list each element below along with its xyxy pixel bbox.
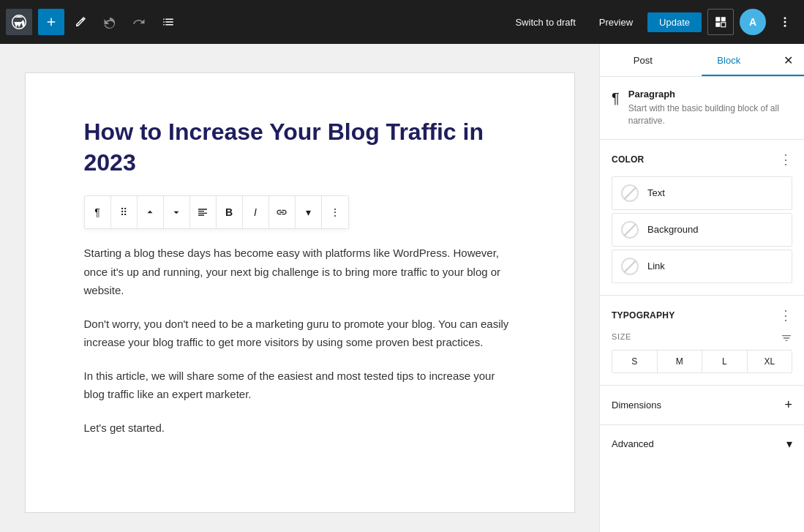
close-sidebar-button[interactable]: ✕: [772, 44, 804, 76]
size-options: S M L XL: [612, 350, 792, 373]
paragraph-type-button[interactable]: ¶: [85, 196, 111, 228]
svg-point-4: [784, 17, 786, 19]
size-option-s[interactable]: S: [612, 351, 658, 372]
color-more-button[interactable]: ⋮: [779, 151, 792, 168]
wp-logo[interactable]: [6, 9, 32, 35]
typography-section-title: Typography: [612, 310, 675, 321]
editor-area: How to Increase Your Blog Traffic in 202…: [0, 44, 599, 532]
preview-button[interactable]: Preview: [590, 12, 642, 32]
svg-point-6: [784, 25, 786, 27]
more-options-button[interactable]: [772, 9, 798, 35]
svg-point-5: [784, 21, 786, 23]
top-toolbar: Switch to draft Preview Update A: [0, 0, 804, 44]
more-rich-text-button[interactable]: ▾: [296, 196, 322, 228]
dimensions-section[interactable]: Dimensions +: [600, 386, 804, 425]
post-body: Starting a blog these days has become ea…: [84, 244, 516, 437]
color-option-background[interactable]: Background: [612, 213, 792, 247]
dimensions-title: Dimensions: [612, 400, 661, 411]
post-title[interactable]: How to Increase Your Blog Traffic in 202…: [84, 117, 516, 178]
svg-rect-3: [721, 23, 726, 27]
block-name: Paragraph: [628, 89, 792, 100]
sidebar: Post Block ✕ ¶ Paragraph Start with the …: [599, 44, 804, 532]
toolbar-right: Switch to draft Preview Update A: [506, 9, 798, 35]
size-label: SIZE: [612, 332, 631, 341]
text-color-label: Text: [647, 187, 665, 198]
link-button[interactable]: [269, 196, 296, 228]
move-down-button[interactable]: [164, 196, 190, 228]
edit-mode-button[interactable]: [67, 9, 94, 35]
svg-rect-2: [715, 23, 720, 27]
link-color-circle: [621, 258, 639, 275]
size-option-xl[interactable]: XL: [748, 351, 792, 372]
editor-content: How to Increase Your Blog Traffic in 202…: [26, 73, 574, 512]
color-section: Color ⋮ Text Background Link: [600, 140, 804, 296]
tab-post[interactable]: Post: [600, 44, 686, 76]
size-filter-button[interactable]: [781, 332, 792, 346]
italic-button[interactable]: I: [243, 196, 269, 228]
size-option-m[interactable]: M: [658, 351, 703, 372]
block-options-button[interactable]: ⋮: [322, 196, 348, 228]
typography-section-header: Typography ⋮: [612, 307, 792, 323]
bold-button[interactable]: B: [217, 196, 243, 228]
advanced-section[interactable]: Advanced ▾: [600, 425, 804, 462]
background-color-label: Background: [647, 224, 698, 235]
dimensions-add-button[interactable]: +: [784, 397, 792, 413]
update-button[interactable]: Update: [647, 12, 702, 32]
size-option-l[interactable]: L: [702, 351, 748, 372]
text-color-circle: [621, 184, 639, 202]
paragraph-icon: ¶: [612, 90, 620, 107]
switch-draft-button[interactable]: Switch to draft: [506, 12, 584, 32]
paragraph-4[interactable]: Let's get started.: [84, 419, 516, 438]
typography-section: Typography ⋮ SIZE S M L XL: [600, 296, 804, 386]
advanced-chevron-icon: ▾: [786, 437, 792, 451]
svg-rect-0: [715, 17, 720, 21]
paragraph-1[interactable]: Starting a blog these days has become ea…: [84, 244, 516, 300]
typography-more-button[interactable]: ⋮: [779, 307, 792, 323]
color-section-header: Color ⋮: [612, 151, 792, 168]
color-section-title: Color: [612, 154, 645, 165]
block-info: ¶ Paragraph Start with the basic buildin…: [600, 77, 804, 140]
color-option-link[interactable]: Link: [612, 250, 792, 283]
add-block-button[interactable]: [38, 9, 64, 35]
sidebar-tabs: Post Block ✕: [600, 44, 804, 77]
tab-block[interactable]: Block: [686, 44, 773, 76]
color-options: Text Background Link: [612, 176, 792, 283]
drag-handle-button[interactable]: ⠿: [111, 196, 138, 228]
astra-button[interactable]: A: [740, 9, 766, 35]
align-button[interactable]: [190, 196, 217, 228]
list-view-button[interactable]: [155, 9, 181, 35]
main-area: How to Increase Your Blog Traffic in 202…: [0, 44, 804, 532]
color-option-text[interactable]: Text: [612, 176, 792, 210]
background-color-circle: [621, 221, 639, 239]
link-color-label: Link: [647, 261, 665, 271]
view-toggle-button[interactable]: [707, 9, 734, 35]
advanced-title: Advanced: [612, 438, 654, 449]
svg-rect-1: [721, 17, 726, 21]
block-toolbar: ¶ ⠿ B I ▾ ⋮: [84, 195, 349, 229]
paragraph-3[interactable]: In this article, we will share some of t…: [84, 367, 516, 404]
undo-button[interactable]: [97, 9, 123, 35]
paragraph-2[interactable]: Don't worry, you don't need to be a mark…: [84, 315, 516, 352]
size-controls: SIZE: [612, 332, 792, 347]
redo-button[interactable]: [126, 9, 152, 35]
block-description: Start with the basic building block of a…: [628, 102, 792, 127]
move-up-button[interactable]: [138, 196, 164, 228]
